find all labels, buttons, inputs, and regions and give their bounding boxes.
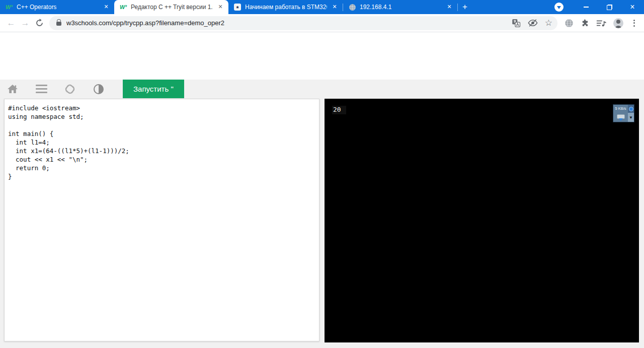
- restore-button[interactable]: [598, 0, 621, 14]
- back-button[interactable]: ←: [4, 16, 18, 30]
- preview-hidden-eye-icon[interactable]: [528, 19, 538, 27]
- tab-title: 192.168.4.1: [360, 4, 442, 11]
- reload-icon: [35, 19, 44, 27]
- home-button[interactable]: [7, 83, 19, 95]
- close-icon[interactable]: ×: [102, 3, 110, 11]
- orientation-button[interactable]: [64, 83, 76, 95]
- download-monitor-icon[interactable]: [613, 113, 628, 122]
- code-line: [8, 121, 316, 129]
- net-speed-widget[interactable]: 5 KB/s ▼: [613, 104, 634, 122]
- contrast-toggle-button[interactable]: [93, 83, 105, 95]
- extensions-puzzle-icon[interactable]: [581, 19, 589, 27]
- url-field[interactable]: w3schools.com/cpp/trycpp.asp?filename=de…: [49, 16, 557, 30]
- bookmark-star-icon[interactable]: ☆: [545, 19, 552, 27]
- reload-button[interactable]: [32, 16, 46, 30]
- run-button[interactable]: Запустить ": [123, 80, 184, 98]
- minimize-button[interactable]: [575, 0, 598, 14]
- tab-router[interactable]: 192.168.4.1 ×: [343, 0, 457, 14]
- code-line: using namespace std;: [8, 112, 316, 121]
- media-playlist-icon[interactable]: [596, 19, 606, 27]
- media-play-icon: [557, 6, 561, 9]
- tab-cpp-operators[interactable]: W³ C++ Operators ×: [0, 0, 114, 14]
- net-speed-value: 5 KB/s: [613, 105, 628, 113]
- w3schools-favicon-icon: W³: [5, 3, 13, 11]
- media-controls-button[interactable]: [554, 3, 564, 12]
- translate-icon[interactable]: [512, 19, 521, 28]
- forward-button[interactable]: →: [18, 16, 32, 30]
- globe-favicon-icon: [348, 3, 356, 11]
- close-window-button[interactable]: ×: [621, 0, 644, 14]
- minimize-icon: [584, 7, 589, 8]
- globe-extension-icon[interactable]: [565, 19, 574, 28]
- restore-icon: [607, 5, 612, 10]
- url-text[interactable]: w3schools.com/cpp/trycpp.asp?filename=de…: [66, 19, 508, 27]
- code-line: #include <iostream>: [8, 104, 316, 112]
- stm32-favicon-icon: *: [233, 3, 242, 11]
- tab-bar: W³ C++ Operators × W³ Редактор C ++ Tryi…: [0, 0, 644, 14]
- rotate-squares-icon: [64, 84, 75, 95]
- tab-title: C++ Operators: [17, 4, 99, 11]
- close-icon[interactable]: ×: [445, 3, 453, 11]
- code-line: int l1=4;: [8, 138, 316, 147]
- code-line: int main() {: [8, 129, 316, 138]
- window-controls: ×: [554, 0, 644, 14]
- close-icon[interactable]: ×: [331, 3, 339, 11]
- net-widget-badge-icon[interactable]: [628, 105, 634, 113]
- code-editor[interactable]: #include <iostream> using namespace std;…: [4, 99, 319, 341]
- code-text: #include <iostream> using namespace std;…: [8, 104, 316, 181]
- tab-tryit-editor[interactable]: W³ Редактор C ++ Tryit версии 1.0 ×: [114, 0, 228, 14]
- code-line: cout << x1 << "\n";: [8, 155, 316, 164]
- hamburger-icon: [36, 85, 47, 94]
- profile-avatar[interactable]: [613, 18, 623, 28]
- code-line: return 0;: [8, 164, 316, 172]
- lock-icon: [56, 22, 61, 26]
- w3schools-favicon-icon: W³: [119, 3, 127, 11]
- output-text: 20: [332, 106, 346, 114]
- code-line: }: [8, 172, 316, 181]
- net-widget-expand-icon[interactable]: ▼: [628, 113, 634, 122]
- page-blank-area: [0, 32, 644, 80]
- contrast-icon: [94, 84, 104, 94]
- close-icon[interactable]: ×: [216, 3, 224, 11]
- home-icon: [7, 84, 18, 94]
- tab-title: Редактор C ++ Tryit версии 1.0: [131, 4, 213, 11]
- address-bar: ← → w3schools.com/cpp/trycpp.asp?filenam…: [0, 14, 644, 32]
- extension-icons: [562, 18, 640, 28]
- tryit-toolbar: Запустить ": [0, 80, 644, 98]
- menu-dots-icon[interactable]: [630, 20, 638, 27]
- tab-title: Начинаем работать в STM32Cu: [245, 4, 327, 11]
- menu-button[interactable]: [35, 83, 47, 95]
- new-tab-button[interactable]: +: [458, 0, 472, 14]
- tabbar-spacer: [472, 0, 554, 14]
- tab-stm32[interactable]: * Начинаем работать в STM32Cu ×: [228, 0, 343, 14]
- output-panel: 20 5 KB/s ▼: [325, 99, 639, 342]
- code-line: int x1=(64-((l1*5)+(l1-1)))/2;: [8, 147, 316, 155]
- tryit-workspace: #include <iostream> using namespace std;…: [0, 98, 644, 348]
